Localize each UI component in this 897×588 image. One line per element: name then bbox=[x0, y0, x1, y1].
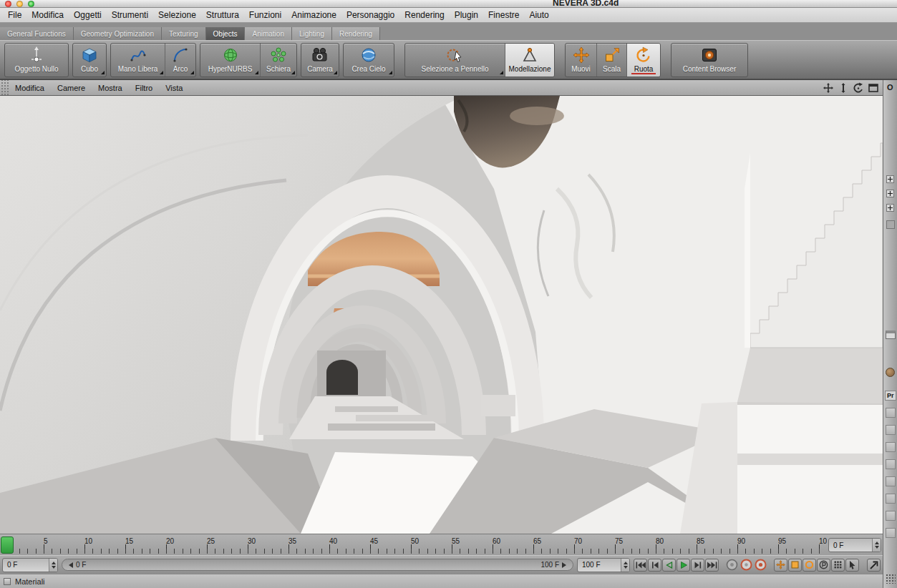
menu-plugin[interactable]: Plugin bbox=[450, 10, 483, 20]
dock-row-icon[interactable] bbox=[886, 476, 896, 486]
tab-rendering[interactable]: Rendering bbox=[332, 27, 380, 40]
autokey-button[interactable] bbox=[755, 559, 767, 571]
menu-finestre[interactable]: Finestre bbox=[483, 10, 524, 20]
tab-lighting[interactable]: Lighting bbox=[292, 27, 332, 40]
previous-key-button[interactable] bbox=[648, 559, 661, 572]
key-pla-button[interactable] bbox=[831, 559, 845, 572]
tab-animation[interactable]: Animation bbox=[245, 27, 291, 40]
null-object-button[interactable]: Oggetto Nullo bbox=[5, 44, 68, 77]
key-selection-button[interactable] bbox=[845, 559, 859, 572]
menu-oggetti[interactable]: Oggetti bbox=[69, 10, 107, 20]
menu-selezione[interactable]: Selezione bbox=[153, 10, 201, 20]
freehand-spline-button[interactable]: Mano Libera bbox=[111, 44, 165, 77]
move-tool-button[interactable]: Muovi bbox=[566, 44, 597, 77]
frame-range-slider[interactable]: 0 F 100 F bbox=[62, 559, 573, 571]
key-position-button[interactable] bbox=[774, 559, 787, 572]
expand-plus-icon[interactable] bbox=[886, 204, 894, 212]
key-scale-icon bbox=[790, 560, 800, 569]
tab-general-functions[interactable]: General Functions bbox=[0, 27, 74, 40]
dock-row-icon[interactable] bbox=[886, 511, 896, 521]
timeline-playhead[interactable] bbox=[1, 536, 14, 554]
dock-grid-icon[interactable] bbox=[886, 574, 896, 584]
timeline-frame-stepper[interactable] bbox=[872, 539, 881, 552]
viewport-menu-vista[interactable]: Vista bbox=[159, 84, 189, 92]
expand-plus-icon[interactable] bbox=[886, 190, 894, 197]
dock-row-icon[interactable] bbox=[886, 408, 896, 418]
end-frame-stepper[interactable] bbox=[621, 559, 629, 572]
pan-view-icon[interactable] bbox=[822, 82, 834, 94]
menu-aiuto[interactable]: Aiuto bbox=[524, 10, 553, 20]
timeline-frame-field[interactable]: 0 F bbox=[828, 538, 881, 552]
close-window-button[interactable] bbox=[5, 1, 11, 7]
timeline-tick-label: 15 bbox=[125, 537, 133, 545]
key-parameter-button[interactable] bbox=[817, 559, 830, 572]
array-button[interactable]: Schiera bbox=[261, 44, 296, 77]
arc-spline-button[interactable]: Arco bbox=[165, 44, 195, 77]
viewport-menu-mostra[interactable]: Mostra bbox=[92, 84, 129, 92]
play-backward-button[interactable] bbox=[662, 559, 676, 572]
go-to-start-button[interactable] bbox=[634, 559, 647, 572]
record-options-button[interactable] bbox=[726, 559, 738, 571]
popout-button[interactable] bbox=[867, 559, 881, 572]
menu-personaggio[interactable]: Personaggio bbox=[341, 10, 399, 20]
current-frame-field[interactable]: 0 F bbox=[2, 558, 58, 572]
modeling-mode-button[interactable]: Modellazione bbox=[505, 44, 554, 77]
menu-strumenti[interactable]: Strumenti bbox=[107, 10, 153, 20]
range-end-handle[interactable]: 100 F bbox=[540, 561, 566, 569]
dock-row-icon[interactable] bbox=[886, 442, 896, 452]
viewport-menu-camere[interactable]: Camere bbox=[51, 84, 92, 92]
dock-row-icon[interactable] bbox=[886, 494, 896, 504]
viewport-3d-scene[interactable] bbox=[0, 96, 883, 534]
tab-objects[interactable]: Objects bbox=[206, 27, 246, 40]
key-rotation-button[interactable] bbox=[803, 559, 816, 572]
zoom-view-icon[interactable] bbox=[837, 82, 849, 94]
tab-texturing[interactable]: Texturing bbox=[162, 27, 206, 40]
menu-animazione[interactable]: Animazione bbox=[286, 10, 341, 20]
panel-window-icon[interactable] bbox=[886, 330, 896, 339]
timeline-ruler-labels[interactable]: 0510152025303540455055606570758085909510… bbox=[0, 534, 827, 555]
brush-selection-button[interactable]: Selezione a Pennello bbox=[405, 44, 505, 77]
camera-button[interactable]: Camera bbox=[301, 44, 339, 77]
content-browser-button[interactable]: Content Browser bbox=[671, 44, 747, 77]
range-end-label: 100 F bbox=[540, 561, 559, 569]
menu-funzioni[interactable]: Funzioni bbox=[244, 10, 286, 20]
end-frame-field[interactable]: 100 F bbox=[577, 558, 630, 572]
viewport-menu-filtro[interactable]: Filtro bbox=[129, 84, 159, 92]
properties-panel-label[interactable]: Pr bbox=[885, 391, 896, 401]
menu-rendering[interactable]: Rendering bbox=[399, 10, 449, 20]
menu-struttura[interactable]: Struttura bbox=[201, 10, 244, 20]
tab-geometry-optimization[interactable]: Geometry Optimization bbox=[74, 27, 162, 40]
record-keyframe-button[interactable] bbox=[740, 559, 752, 571]
dock-row-icon[interactable] bbox=[886, 459, 896, 469]
rotate-tool-button[interactable]: Ruota bbox=[627, 44, 660, 77]
modeling-icon bbox=[521, 46, 538, 65]
dock-row-icon[interactable] bbox=[886, 528, 896, 538]
create-sky-button[interactable]: Crea Cielo bbox=[344, 44, 394, 77]
viewport-menu-modifica[interactable]: Modifica bbox=[9, 84, 51, 92]
dock-row-icon[interactable] bbox=[886, 425, 896, 435]
cube-primitive-button[interactable]: Cubo bbox=[73, 44, 106, 77]
scale-tool-button[interactable]: Scala bbox=[597, 44, 627, 77]
timeline-tick-label: 100 bbox=[819, 537, 827, 545]
right-dock-panel[interactable]: O Pr bbox=[883, 80, 897, 588]
range-start-handle[interactable]: 0 F bbox=[69, 561, 86, 569]
menu-modifica[interactable]: Modifica bbox=[26, 10, 69, 20]
play-forward-button[interactable] bbox=[677, 559, 690, 572]
dock-item-icon[interactable] bbox=[886, 220, 895, 229]
toolbar-button-label: Selezione a Pennello bbox=[419, 65, 492, 73]
zoom-window-button[interactable] bbox=[28, 1, 34, 7]
next-key-button[interactable] bbox=[691, 559, 704, 572]
menu-file[interactable]: File bbox=[3, 10, 26, 20]
range-start-arrow-icon bbox=[69, 562, 73, 568]
hypernurbs-button[interactable]: HyperNURBS bbox=[200, 44, 261, 77]
toggle-view-icon[interactable] bbox=[867, 82, 879, 94]
expand-plus-icon[interactable] bbox=[886, 175, 894, 183]
current-frame-stepper[interactable] bbox=[49, 559, 57, 572]
minimize-window-button[interactable] bbox=[16, 1, 23, 7]
drag-grip-icon[interactable] bbox=[0, 80, 9, 95]
go-to-end-button[interactable] bbox=[705, 559, 719, 572]
rotate-view-icon[interactable] bbox=[852, 82, 864, 94]
titlebar[interactable]: NEVERA 3D.c4d bbox=[0, 0, 897, 8]
material-sphere-icon[interactable] bbox=[886, 368, 895, 377]
key-scale-button[interactable] bbox=[788, 559, 802, 572]
